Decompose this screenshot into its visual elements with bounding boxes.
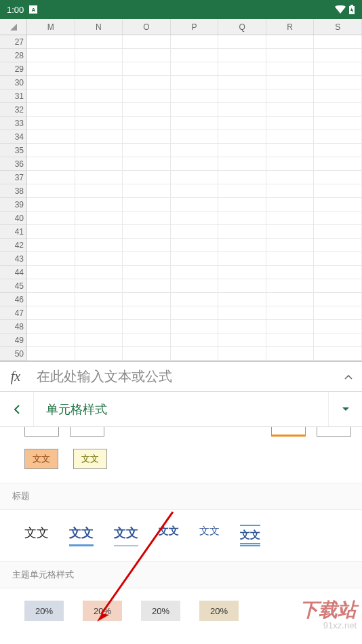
row-header[interactable]: 36	[0, 157, 27, 171]
cell[interactable]	[171, 157, 219, 171]
cell[interactable]	[218, 320, 266, 334]
cell[interactable]	[123, 35, 171, 49]
cell[interactable]	[314, 89, 362, 103]
cell[interactable]	[171, 89, 219, 103]
cell[interactable]	[314, 171, 362, 184]
cell[interactable]	[123, 117, 171, 130]
cell[interactable]	[171, 49, 219, 62]
cell[interactable]	[171, 212, 219, 225]
cell[interactable]	[75, 212, 123, 225]
row-header[interactable]: 45	[0, 279, 27, 293]
cell[interactable]	[27, 266, 75, 279]
title-style-2[interactable]: 文文	[69, 525, 94, 546]
column-header[interactable]: P	[171, 19, 219, 35]
cell[interactable]	[123, 144, 171, 157]
cell[interactable]	[123, 198, 171, 212]
cell[interactable]	[123, 76, 171, 89]
cell[interactable]	[266, 252, 315, 266]
cell[interactable]	[314, 184, 362, 198]
cell[interactable]	[218, 184, 266, 198]
cell[interactable]	[314, 130, 362, 144]
cell[interactable]	[314, 62, 362, 76]
cell[interactable]	[27, 49, 75, 62]
cell[interactable]	[218, 103, 266, 117]
cell[interactable]	[266, 130, 315, 144]
cell[interactable]	[75, 157, 123, 171]
style-preview-yellow[interactable]: 文文	[73, 449, 107, 469]
title-style-1[interactable]: 文文	[24, 525, 49, 546]
row-header[interactable]: 30	[0, 76, 27, 89]
cell[interactable]	[314, 252, 362, 266]
row-header[interactable]: 34	[0, 130, 27, 144]
cell[interactable]	[314, 347, 362, 361]
cell[interactable]	[314, 293, 362, 306]
cell[interactable]	[171, 225, 219, 239]
cell[interactable]	[266, 184, 315, 198]
cell[interactable]	[75, 62, 123, 76]
cell[interactable]	[75, 89, 123, 103]
cell[interactable]	[314, 35, 362, 49]
cell[interactable]	[218, 62, 266, 76]
cell[interactable]	[218, 212, 266, 225]
cell[interactable]	[266, 239, 315, 252]
row-header[interactable]: 42	[0, 239, 27, 252]
cell[interactable]	[75, 239, 123, 252]
cell[interactable]	[123, 184, 171, 198]
cell[interactable]	[314, 225, 362, 239]
title-style-3[interactable]: 文文	[114, 525, 138, 546]
cell[interactable]	[171, 130, 219, 144]
cell[interactable]	[218, 130, 266, 144]
style-preview-partial[interactable]	[317, 427, 351, 437]
cell[interactable]	[27, 239, 75, 252]
cell[interactable]	[266, 157, 315, 171]
cell[interactable]	[218, 49, 266, 62]
back-button[interactable]	[0, 392, 34, 426]
cell[interactable]	[75, 225, 123, 239]
row-header[interactable]: 49	[0, 334, 27, 347]
row-header[interactable]: 35	[0, 144, 27, 157]
cell[interactable]	[314, 306, 362, 320]
cell[interactable]	[218, 35, 266, 49]
cell[interactable]	[266, 320, 315, 334]
cell[interactable]	[266, 212, 315, 225]
cell[interactable]	[27, 117, 75, 130]
cell[interactable]	[27, 76, 75, 89]
row-header[interactable]: 38	[0, 184, 27, 198]
cell[interactable]	[171, 293, 219, 306]
cell[interactable]	[75, 171, 123, 184]
cell[interactable]	[171, 171, 219, 184]
spreadsheet-grid[interactable]: 2728293031323334353637383940414243444546…	[0, 35, 362, 361]
select-all-corner[interactable]	[0, 19, 27, 35]
title-style-4[interactable]: 文文	[159, 525, 179, 546]
cell[interactable]	[266, 103, 315, 117]
cell[interactable]	[266, 76, 315, 89]
cell[interactable]	[27, 35, 75, 49]
cell[interactable]	[314, 157, 362, 171]
cell[interactable]	[171, 266, 219, 279]
cell[interactable]	[266, 117, 315, 130]
cell[interactable]	[75, 320, 123, 334]
cell[interactable]	[75, 76, 123, 89]
cell[interactable]	[218, 266, 266, 279]
cell[interactable]	[314, 239, 362, 252]
cell[interactable]	[75, 130, 123, 144]
row-header[interactable]: 29	[0, 62, 27, 76]
cell[interactable]	[218, 279, 266, 293]
cell[interactable]	[314, 279, 362, 293]
cell[interactable]	[123, 320, 171, 334]
cell[interactable]	[314, 103, 362, 117]
cell[interactable]	[266, 293, 315, 306]
cell[interactable]	[27, 320, 75, 334]
row-header[interactable]: 41	[0, 225, 27, 239]
cell[interactable]	[27, 184, 75, 198]
cell[interactable]	[314, 49, 362, 62]
cell[interactable]	[314, 266, 362, 279]
row-header[interactable]: 37	[0, 171, 27, 184]
cell[interactable]	[266, 89, 315, 103]
column-header[interactable]: Q	[218, 19, 266, 35]
cell[interactable]	[75, 49, 123, 62]
cell[interactable]	[266, 144, 315, 157]
cell[interactable]	[27, 144, 75, 157]
cell[interactable]	[75, 334, 123, 347]
row-header[interactable]: 33	[0, 117, 27, 130]
